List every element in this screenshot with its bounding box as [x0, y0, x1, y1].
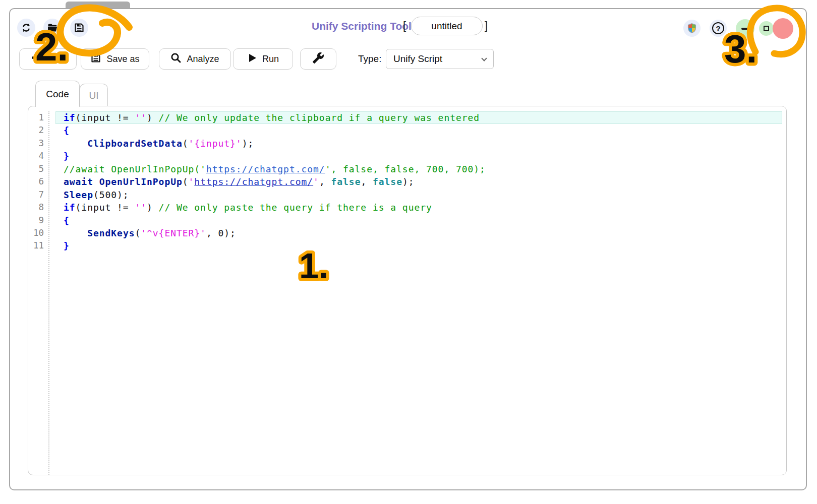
code-token-kw: { [64, 215, 70, 226]
code-token-plain: , [361, 176, 373, 187]
code-line: } [49, 150, 786, 162]
code-token-link[interactable]: https://chatgpt.com/ [194, 176, 313, 187]
code-token-plain: ) [147, 112, 159, 123]
code-line: } [49, 239, 786, 252]
refresh-icon [21, 22, 32, 33]
code-token-fn: SendKeys [87, 228, 135, 238]
code-token-kw: { [64, 125, 70, 136]
line-number: 3 [28, 137, 48, 150]
line-number: 10 [28, 227, 48, 239]
code-token-fn: Sleep [64, 190, 93, 200]
page-title: Unify Scripting Tool [312, 20, 412, 32]
line-number: 6 [28, 175, 48, 188]
open-file-icon [47, 22, 58, 33]
analyze-button-label: Analyze [187, 54, 219, 65]
bracket-open: [ [403, 19, 406, 32]
code-token-str: '^v{ENTER}' [141, 228, 206, 238]
help-icon: ? [712, 22, 724, 34]
save-as-button[interactable]: Save as [81, 48, 149, 70]
code-token-str: ' [189, 176, 195, 187]
run-button[interactable]: Run [233, 48, 293, 70]
code-token-com: // We only paste the query if there is a… [159, 202, 432, 213]
code-token-str: '' [135, 112, 147, 123]
code-token-kw: } [64, 240, 70, 251]
run-button-label: Run [262, 54, 279, 65]
line-numbers: 1234567891011 [28, 111, 49, 475]
maximize-button[interactable] [759, 21, 774, 36]
maximize-icon [764, 26, 769, 31]
bracket-close: ] [485, 19, 488, 32]
code-token-fn: await [64, 176, 93, 187]
code-line: if(input != '') // We only update the cl… [49, 111, 786, 124]
code-line: Sleep(500); [49, 188, 786, 201]
code-editor[interactable]: 1234567891011 if(input != '') // We only… [28, 106, 787, 475]
code-token-comlink[interactable]: https://chatgpt.com/ [206, 164, 325, 174]
code-token-plain: ( [183, 176, 189, 187]
line-number: 2 [28, 124, 48, 137]
play-icon [247, 53, 257, 66]
code-token-plain: (500); [93, 190, 129, 200]
code-token-str: '{input}' [189, 138, 242, 149]
code-line: { [49, 214, 786, 227]
line-number: 9 [28, 214, 48, 227]
save-button[interactable] [70, 19, 88, 37]
line-number: 4 [28, 150, 48, 162]
settings-button[interactable] [300, 48, 336, 70]
code-token-kw: } [64, 151, 70, 161]
code-line: ClipboardSetData('{input}'); [49, 137, 786, 150]
code-token-kw: if [64, 112, 76, 123]
code-token-fn: OpenUrlInPopUp [99, 176, 183, 187]
magnifier-icon [170, 52, 182, 66]
code-token-plain: ); [242, 138, 254, 149]
tab-ui-label: UI [89, 90, 99, 101]
new-button[interactable]: New [19, 48, 77, 70]
code-token-plain: , 0); [206, 228, 236, 238]
code-token-com: //await OpenUrlInPopUp(' [64, 164, 206, 174]
code-token-plain: (input != [76, 202, 135, 213]
save-icon [90, 52, 101, 66]
code-token-str: ' [313, 176, 319, 187]
new-button-label: New [46, 54, 64, 65]
minimize-icon [741, 28, 749, 30]
uac-shield-icon [686, 23, 697, 34]
code-token-bool: false [331, 176, 361, 187]
code-line: SendKeys('^v{ENTER}', 0); [49, 227, 786, 239]
code-token-plain [93, 176, 99, 187]
line-number: 1 [28, 111, 48, 124]
line-number: 5 [28, 163, 48, 175]
wrench-icon [312, 52, 324, 67]
code-token-kw: if [64, 202, 76, 213]
type-select-value: Unify Script [393, 53, 442, 65]
analyze-button[interactable]: Analyze [159, 48, 231, 70]
type-select[interactable]: Unify Script [386, 49, 494, 69]
code-line: await OpenUrlInPopUp('https://chatgpt.co… [49, 175, 786, 188]
tab-code-label: Code [46, 89, 69, 100]
close-button[interactable] [773, 18, 793, 39]
save-icon [74, 22, 85, 33]
save-as-button-label: Save as [106, 54, 139, 65]
code-token-com: ', false, false, 700, 700); [325, 164, 486, 174]
code-line: if(input != '') // We only paste the que… [49, 201, 786, 214]
code-token-plain: ( [183, 138, 189, 149]
code-token-com: // We only update the clipboard if a que… [159, 112, 480, 123]
code-token-plain: ) [147, 202, 159, 213]
code-token-plain: ( [135, 228, 141, 238]
code-token-plain [64, 228, 87, 238]
line-number: 8 [28, 201, 48, 214]
tab-ui[interactable]: UI [80, 84, 108, 107]
code-token-plain: , [319, 176, 331, 187]
refresh-button[interactable] [17, 19, 35, 37]
screenshot-page: Unify Scripting Tool [ ] ? [0, 0, 817, 504]
document-name-input[interactable] [411, 17, 483, 35]
code-token-fn: ClipboardSetData [87, 138, 183, 149]
code-token-plain: (input != [76, 112, 135, 123]
code-token-plain [64, 138, 87, 149]
help-button[interactable]: ? [710, 20, 727, 37]
open-file-button[interactable] [43, 19, 62, 37]
minimize-button[interactable] [736, 19, 754, 38]
tab-code[interactable]: Code [35, 81, 80, 107]
uac-elevation-button[interactable] [683, 20, 701, 37]
line-number: 11 [28, 239, 48, 252]
plus-icon [31, 53, 41, 65]
type-label: Type: [358, 53, 381, 65]
